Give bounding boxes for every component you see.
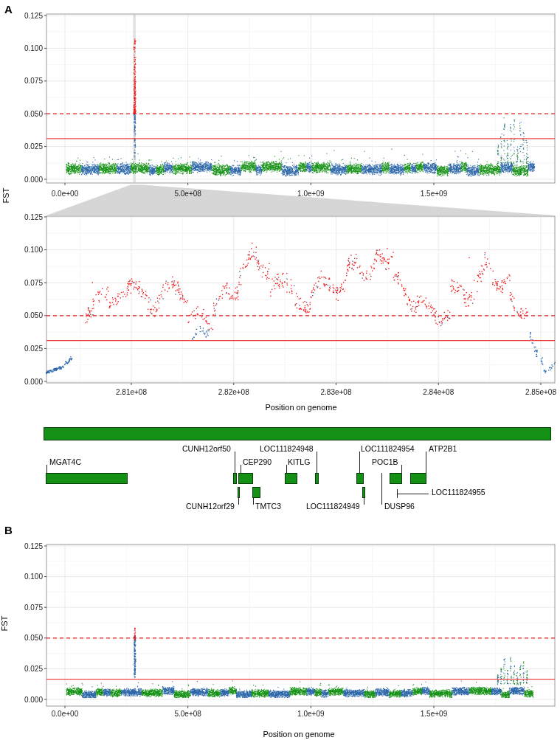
gene-box-cep290 bbox=[238, 473, 253, 484]
gene-box-atp2b1 bbox=[410, 473, 426, 484]
gene-connector-kitlg bbox=[286, 465, 287, 473]
gene-box-loc111824954 bbox=[356, 473, 364, 484]
gene-label-cunh12orf29: CUNH12orf29 bbox=[186, 502, 235, 511]
gene-label-dusp96: DUSP96 bbox=[384, 502, 415, 511]
chromosome-region-bar bbox=[44, 427, 551, 440]
gene-connector-mgat4c bbox=[46, 465, 47, 473]
gene-connector-loc111824948 bbox=[317, 452, 317, 473]
gene-connector-dusp96 bbox=[381, 473, 382, 505]
gene-connector-tmtc3 bbox=[253, 498, 254, 505]
gene-label-loc111824949: LOC111824949 bbox=[306, 502, 360, 511]
gene-connector-cep290 bbox=[241, 465, 241, 473]
gene-box-cunh12orf29 bbox=[238, 487, 240, 498]
gene-connector-loc111824954 bbox=[359, 452, 360, 473]
gene-connector-cunh12orf50 bbox=[235, 452, 235, 473]
gene-label-tmtc3: TMTC3 bbox=[255, 502, 281, 511]
gene-connector-cunh12orf29 bbox=[238, 498, 239, 505]
gene-label-cunh12orf50: CUNH12orf50 bbox=[182, 444, 231, 453]
gene-label-poc1b: POC1B bbox=[372, 457, 398, 466]
fst-genome-figure: A B FST FST Position on genome Position … bbox=[0, 0, 560, 740]
gene-box-loc111824949 bbox=[362, 487, 365, 498]
gene-box-cunh12orf50 bbox=[233, 473, 237, 484]
gene-box-poc1b bbox=[390, 473, 402, 484]
gene-extent-line-loc111824955 bbox=[397, 494, 429, 494]
gene-box-loc111824948 bbox=[315, 473, 319, 484]
gene-track: MGAT4CCUNH12orf50CEP290LOC111824948KITLG… bbox=[0, 0, 560, 740]
gene-connector-atp2b1 bbox=[426, 452, 426, 473]
gene-connector-loc111824949 bbox=[364, 498, 364, 505]
gene-connector-poc1b bbox=[401, 465, 402, 473]
gene-label-loc111824948: LOC111824948 bbox=[260, 444, 314, 453]
gene-box-tmtc3 bbox=[252, 487, 260, 498]
gene-label-loc111824955: LOC111824955 bbox=[432, 488, 485, 497]
gene-box-mgat4c bbox=[46, 473, 128, 484]
gene-box-kitlg bbox=[285, 473, 297, 484]
gene-label-mgat4c: MGAT4C bbox=[49, 457, 81, 466]
gene-label-atp2b1: ATP2B1 bbox=[429, 444, 457, 453]
gene-label-cep290: CEP290 bbox=[243, 457, 272, 466]
gene-label-loc111824954: LOC111824954 bbox=[361, 444, 415, 453]
gene-label-kitlg: KITLG bbox=[288, 457, 310, 466]
